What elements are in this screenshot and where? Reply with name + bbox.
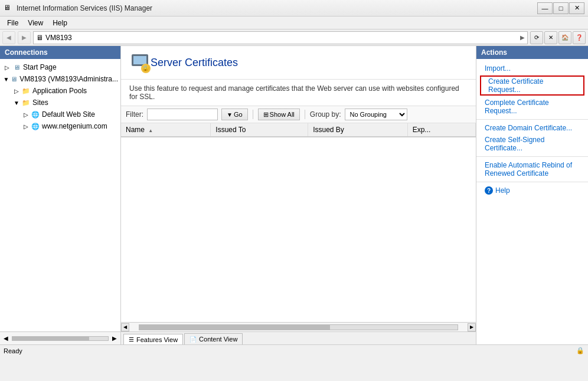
scroll-right[interactable]: ▶ [468, 323, 476, 331]
status-text: Ready [4, 347, 22, 354]
tree-label: Sites [32, 98, 48, 107]
tree-label: VM8193 (VM8193\Administra... [19, 75, 118, 83]
tree-label: Application Pools [32, 87, 87, 95]
menu-bar: File View Help [0, 17, 588, 29]
stop-button[interactable]: ✕ [544, 31, 557, 44]
connections-header: Connections [0, 46, 120, 59]
tree-arrow: ▷ [21, 111, 31, 118]
show-all-button[interactable]: ⊞ Show All [258, 109, 300, 120]
home-button[interactable]: 🏠 [558, 31, 571, 44]
forward-button: ▶ [18, 31, 31, 44]
tree-arrow: ▷ [21, 123, 31, 130]
go-button[interactable]: ▼ Go [221, 109, 248, 120]
tree-item-netgenium[interactable]: ▷ 🌐 www.netgenium.com [0, 120, 120, 132]
separator [253, 110, 253, 119]
features-view-tab[interactable]: ☰ Features View [123, 334, 183, 344]
window-title: Internet Information Services (IIS) Mana… [17, 4, 152, 12]
app-icon: 🖥 [4, 4, 13, 13]
globe-icon: 🌐 [31, 110, 40, 119]
create-self-signed-action[interactable]: Create Self-Signed Certificate... [476, 134, 588, 154]
tree-label: Start Page [23, 63, 57, 71]
refresh-button[interactable]: ⟳ [530, 31, 543, 44]
h-scroll-track[interactable] [139, 324, 458, 330]
tree-item-sites[interactable]: ▼ 📁 Sites [0, 97, 120, 109]
funnel-icon: ▼ [227, 111, 233, 118]
content-description: Use this feature to request and manage c… [121, 80, 476, 106]
status-bar: Ready 🔒 [0, 344, 588, 356]
tree-arrow: ▷ [12, 88, 21, 94]
cert-icon: 🔐 [129, 52, 151, 73]
tree-arrow: ▷ [2, 64, 12, 71]
sort-icon: ▲ [148, 128, 153, 133]
tree-area: ▷ 🖥 Start Page ▼ 🖥 VM8193 (VM8193\Admini… [0, 59, 120, 331]
bottom-tabs: ☰ Features View 📄 Content View [121, 331, 476, 344]
tree-item-vm8193[interactable]: ▼ 🖥 VM8193 (VM8193\Administra... [0, 73, 120, 85]
enable-rebind-action[interactable]: Enable Automatic Rebind of Renewed Certi… [476, 159, 588, 179]
help-label: Help [495, 186, 510, 195]
connections-panel: Connections ▷ 🖥 Start Page ▼ 🖥 VM8193 (V… [0, 46, 121, 344]
action-separator2 [476, 156, 588, 157]
create-cert-request-action[interactable]: Create Certificate Request... [480, 75, 584, 96]
help-action[interactable]: ? Help [476, 185, 588, 196]
content-area: 🔐 Server Certificates Use this feature t… [121, 46, 476, 344]
globe-icon: 🌐 [31, 121, 40, 131]
show-all-icon: ⊞ [263, 111, 269, 119]
back-button: ◀ [2, 31, 15, 44]
tree-arrow: ▼ [12, 100, 21, 106]
tree-label: www.netgenium.com [42, 122, 107, 130]
scroll-left-btn[interactable]: ◀ [2, 335, 9, 341]
h-scroll-area: ◀ ▶ [121, 322, 476, 331]
help-button[interactable]: ❓ [573, 31, 586, 44]
filter-bar: Filter: ▼ Go ⊞ Show All Group by: No Gro… [121, 106, 476, 123]
folder-icon: 📁 [21, 98, 31, 107]
col-expiry[interactable]: Exp... [407, 123, 475, 137]
nav-bar: ◀ ▶ 🖥 VM8193 ▶ ⟳ ✕ 🏠 ❓ [0, 29, 588, 46]
features-view-icon: ☰ [129, 336, 134, 343]
menu-help[interactable]: Help [48, 18, 72, 28]
address-arrow: ▶ [520, 34, 525, 41]
address-text: VM8193 [45, 34, 518, 42]
scroll-right-btn[interactable]: ▶ [111, 335, 118, 341]
col-name[interactable]: Name ▲ [121, 123, 211, 137]
filter-label: Filter: [126, 110, 143, 119]
status-icon: 🔒 [576, 347, 584, 354]
title-bar: 🖥 Internet Information Services (IIS) Ma… [0, 0, 588, 17]
computer-icon: 🖥 [10, 74, 18, 84]
scroll-left[interactable]: ◀ [121, 323, 129, 331]
tree-item-default-site[interactable]: ▷ 🌐 Default Web Site [0, 109, 120, 120]
groupby-select[interactable]: No Grouping Type Expiration Date [345, 109, 407, 120]
col-issued-to[interactable]: Issued To [211, 123, 308, 137]
col-issued-by[interactable]: Issued By [308, 123, 408, 137]
tree-arrow: ▼ [2, 76, 10, 83]
table-header-row: Name ▲ Issued To Issued By Exp... [121, 123, 476, 137]
menu-view[interactable]: View [23, 18, 48, 28]
h-scroll-thumb [139, 325, 330, 330]
tree-label: Default Web Site [42, 110, 95, 119]
table-area: Name ▲ Issued To Issued By Exp... [121, 123, 476, 322]
address-bar[interactable]: 🖥 VM8193 ▶ [33, 31, 528, 44]
menu-file[interactable]: File [2, 18, 23, 28]
close-button[interactable]: ✕ [569, 2, 584, 14]
minimize-button[interactable]: — [537, 2, 553, 14]
connections-bottom: ◀ ▶ [0, 331, 120, 344]
content-view-tab[interactable]: 📄 Content View [184, 333, 243, 344]
import-action[interactable]: Import... [476, 63, 588, 74]
actions-panel: Actions Import... Create Certificate Req… [476, 46, 588, 344]
maximize-button[interactable]: □ [553, 2, 569, 14]
tree-item-start-page[interactable]: ▷ 🖥 Start Page [0, 61, 120, 73]
computer-icon: 🖥 [12, 63, 21, 72]
action-separator [476, 119, 588, 120]
tree-item-app-pools[interactable]: ▷ 📁 Application Pools [0, 85, 120, 97]
content-title: Server Certificates [151, 57, 238, 69]
complete-cert-request-action[interactable]: Complete Certificate Request... [476, 97, 588, 117]
groupby-label: Group by: [310, 110, 341, 119]
separator2 [305, 110, 305, 119]
content-header: 🔐 Server Certificates [121, 46, 476, 80]
content-view-icon: 📄 [190, 336, 197, 343]
app-pool-icon: 📁 [21, 86, 31, 96]
filter-input[interactable] [147, 109, 218, 120]
actions-list: Import... Create Certificate Request... … [476, 59, 588, 200]
create-domain-cert-action[interactable]: Create Domain Certificate... [476, 122, 588, 134]
action-separator3 [476, 182, 588, 182]
actions-header: Actions [476, 46, 588, 59]
